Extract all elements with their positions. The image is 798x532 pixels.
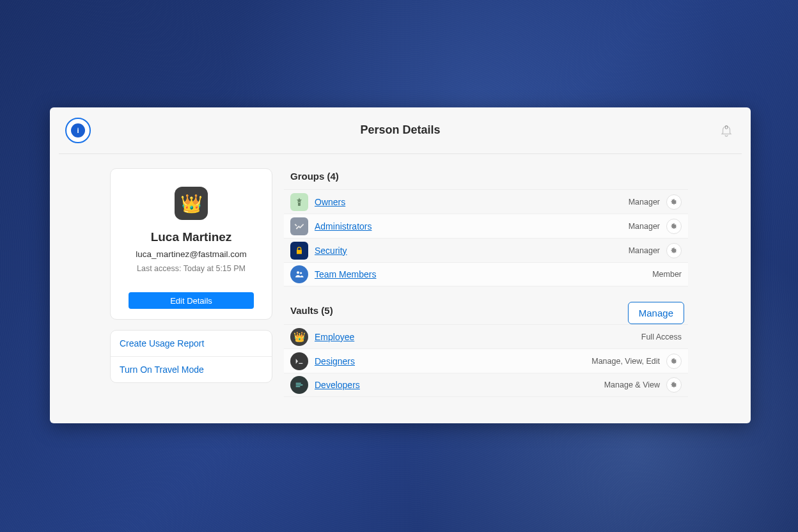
actions-card: Create Usage Report Turn On Travel Mode <box>110 330 272 383</box>
notifications-button[interactable]: 0 <box>717 121 735 139</box>
app-panel: i Person Details 0 👑 Luca Martinez luca_… <box>50 107 751 423</box>
profile-card: 👑 Luca Martinez luca_martinez@fastmail.c… <box>110 168 272 320</box>
topbar: i Person Details 0 <box>50 107 751 153</box>
create-usage-report-button[interactable]: Create Usage Report <box>111 331 272 356</box>
avatar: 👑 <box>175 187 208 220</box>
turn-on-travel-mode-button[interactable]: Turn On Travel Mode <box>111 356 272 382</box>
developers-vault-icon <box>290 376 308 394</box>
group-link-owners[interactable]: Owners <box>315 197 345 207</box>
group-settings-administrators[interactable] <box>666 219 682 234</box>
person-name: Luca Martinez <box>151 230 232 244</box>
groups-list: Owners Manager Administrators Man <box>284 189 688 286</box>
code-icon <box>294 380 304 390</box>
group-row-administrators: Administrators Manager <box>284 214 688 238</box>
group-link-security[interactable]: Security <box>315 246 347 256</box>
groups-section: Groups (4) Owners Manager <box>284 168 688 286</box>
crown-icon: 👑 <box>293 331 306 343</box>
group-role: Member <box>652 270 682 279</box>
gear-icon <box>670 198 678 206</box>
page-title: Person Details <box>50 123 751 137</box>
svg-point-2 <box>300 272 302 274</box>
person-email: luca_martinez@fastmail.com <box>136 249 247 259</box>
vault-settings-developers[interactable] <box>666 377 682 393</box>
vaults-list: 👑 Employee Full Access Designers Manage,… <box>284 324 688 397</box>
vault-link-employee[interactable]: Employee <box>315 332 354 342</box>
svg-point-1 <box>297 271 299 274</box>
group-row-team-members: Team Members Member <box>284 262 688 286</box>
terminal-icon <box>294 356 304 366</box>
employee-vault-icon: 👑 <box>290 328 308 346</box>
group-link-team-members[interactable]: Team Members <box>315 269 376 279</box>
gear-icon <box>670 357 678 365</box>
group-row-security: Security Manager <box>284 238 688 262</box>
vault-row-employee: 👑 Employee Full Access <box>284 324 688 348</box>
vault-link-designers[interactable]: Designers <box>315 356 355 366</box>
lock-icon <box>294 246 304 256</box>
groups-heading: Groups (4) <box>284 168 688 189</box>
designers-vault-icon <box>290 352 308 370</box>
vault-row-developers: Developers Manage & View <box>284 373 688 397</box>
security-icon <box>290 242 308 260</box>
vault-role: Full Access <box>641 332 682 341</box>
manage-vaults-button[interactable]: Manage <box>628 302 684 324</box>
group-role: Manager <box>629 222 660 231</box>
vaults-section: Vaults (5) Manage 👑 Employee Full Access <box>284 302 688 397</box>
group-role: Manager <box>629 198 660 207</box>
edit-details-button[interactable]: Edit Details <box>129 292 254 309</box>
group-settings-security[interactable] <box>666 243 682 258</box>
owners-icon <box>290 193 308 211</box>
content-area: 👑 Luca Martinez luca_martinez@fastmail.c… <box>50 154 751 423</box>
group-role: Manager <box>629 246 660 255</box>
gear-icon <box>670 381 678 389</box>
vault-link-developers[interactable]: Developers <box>315 380 360 390</box>
svg-rect-0 <box>298 202 301 205</box>
group-link-administrators[interactable]: Administrators <box>315 221 372 231</box>
left-column: 👑 Luca Martinez luca_martinez@fastmail.c… <box>60 168 272 423</box>
vault-row-designers: Designers Manage, View, Edit <box>284 348 688 373</box>
gear-icon <box>670 247 678 254</box>
vault-settings-designers[interactable] <box>666 354 682 369</box>
team-members-icon <box>290 265 308 283</box>
crown-icon: 👑 <box>180 193 203 214</box>
group-row-owners: Owners Manager <box>284 189 688 214</box>
gear-icon <box>670 223 678 230</box>
vault-role: Manage, View, Edit <box>591 357 660 366</box>
administrators-icon <box>290 217 308 235</box>
vaults-heading: Vaults (5) <box>284 302 340 324</box>
person-last-access: Last access: Today at 5:15 PM <box>137 264 246 273</box>
group-settings-owners[interactable] <box>666 194 682 210</box>
notification-count: 0 <box>717 124 735 130</box>
vault-role: Manage & View <box>604 380 660 389</box>
app-logo-icon[interactable]: i <box>65 118 91 143</box>
right-column: Groups (4) Owners Manager <box>284 168 740 423</box>
